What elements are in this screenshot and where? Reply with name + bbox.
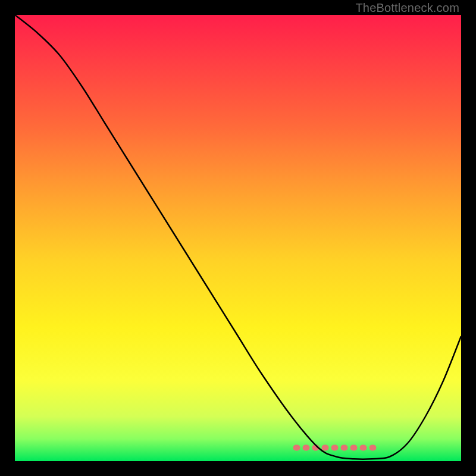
chart-plot-layer	[15, 15, 461, 461]
bottleneck-curve-line	[15, 15, 461, 459]
watermark-text: TheBottleneck.com	[355, 1, 459, 15]
chart-frame	[15, 15, 461, 461]
